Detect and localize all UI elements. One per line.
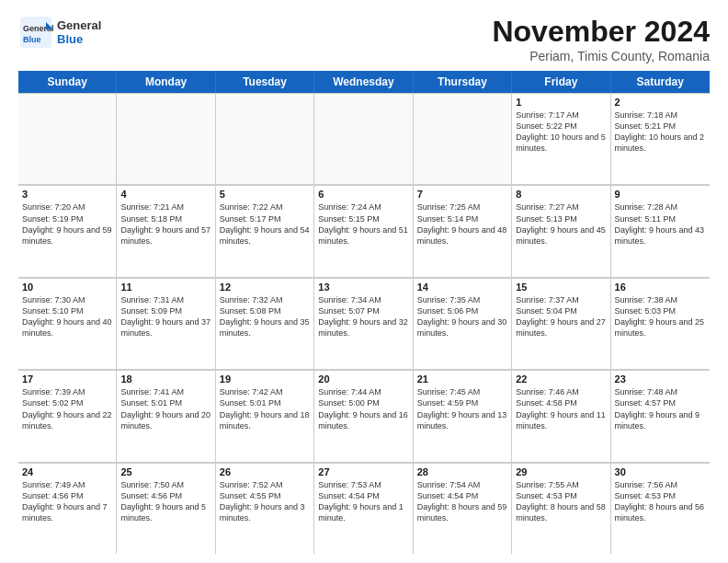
day-info: Sunrise: 7:35 AM Sunset: 5:06 PM Dayligh… bbox=[417, 294, 507, 339]
day-number: 27 bbox=[318, 466, 408, 477]
day-info: Sunrise: 7:39 AM Sunset: 5:02 PM Dayligh… bbox=[22, 386, 112, 431]
day-info: Sunrise: 7:37 AM Sunset: 5:04 PM Dayligh… bbox=[516, 294, 606, 339]
day-number: 3 bbox=[22, 189, 112, 200]
day-number: 10 bbox=[22, 282, 112, 293]
month-title: November 2024 bbox=[492, 15, 710, 49]
day-number: 1 bbox=[516, 97, 606, 108]
day-number: 9 bbox=[615, 189, 706, 200]
calendar-row-4: 17Sunrise: 7:39 AM Sunset: 5:02 PM Dayli… bbox=[18, 370, 710, 462]
calendar-body: 1Sunrise: 7:17 AM Sunset: 5:22 PM Daylig… bbox=[18, 93, 710, 554]
logo-icon: General Blue bbox=[18, 15, 53, 50]
day-info: Sunrise: 7:31 AM Sunset: 5:09 PM Dayligh… bbox=[120, 294, 210, 339]
day-number: 4 bbox=[120, 189, 210, 200]
day-info: Sunrise: 7:32 AM Sunset: 5:08 PM Dayligh… bbox=[220, 294, 310, 339]
calendar-header: Sunday Monday Tuesday Wednesday Thursday… bbox=[18, 71, 710, 93]
logo-general: General bbox=[57, 18, 101, 32]
calendar-cell bbox=[414, 94, 512, 184]
day-info: Sunrise: 7:53 AM Sunset: 4:54 PM Dayligh… bbox=[318, 479, 408, 524]
calendar-cell: 18Sunrise: 7:41 AM Sunset: 5:01 PM Dayli… bbox=[117, 371, 215, 461]
calendar-cell: 20Sunrise: 7:44 AM Sunset: 5:00 PM Dayli… bbox=[314, 371, 413, 461]
calendar-cell: 10Sunrise: 7:30 AM Sunset: 5:10 PM Dayli… bbox=[18, 279, 117, 369]
svg-text:Blue: Blue bbox=[23, 35, 41, 44]
day-number: 17 bbox=[22, 373, 112, 385]
day-number: 8 bbox=[516, 189, 606, 200]
header-saturday: Saturday bbox=[611, 71, 710, 93]
header-monday: Monday bbox=[117, 71, 215, 93]
day-info: Sunrise: 7:34 AM Sunset: 5:07 PM Dayligh… bbox=[318, 294, 408, 339]
day-info: Sunrise: 7:38 AM Sunset: 5:03 PM Dayligh… bbox=[615, 294, 706, 339]
day-number: 24 bbox=[22, 466, 112, 477]
calendar-cell: 11Sunrise: 7:31 AM Sunset: 5:09 PM Dayli… bbox=[117, 279, 215, 369]
day-info: Sunrise: 7:55 AM Sunset: 4:53 PM Dayligh… bbox=[516, 479, 606, 524]
calendar-cell: 16Sunrise: 7:38 AM Sunset: 5:03 PM Dayli… bbox=[611, 279, 710, 369]
day-number: 26 bbox=[220, 466, 310, 477]
calendar-cell: 8Sunrise: 7:27 AM Sunset: 5:13 PM Daylig… bbox=[512, 186, 610, 276]
calendar-cell: 25Sunrise: 7:50 AM Sunset: 4:56 PM Dayli… bbox=[117, 464, 215, 554]
header-thursday: Thursday bbox=[414, 71, 512, 93]
day-number: 6 bbox=[318, 189, 408, 200]
calendar-row-2: 3Sunrise: 7:20 AM Sunset: 5:19 PM Daylig… bbox=[18, 185, 710, 277]
day-number: 5 bbox=[220, 189, 310, 200]
calendar-cell bbox=[314, 94, 413, 184]
day-number: 2 bbox=[615, 97, 706, 108]
calendar-cell: 9Sunrise: 7:28 AM Sunset: 5:11 PM Daylig… bbox=[611, 186, 710, 276]
day-number: 16 bbox=[615, 282, 706, 293]
day-info: Sunrise: 7:17 AM Sunset: 5:22 PM Dayligh… bbox=[516, 109, 606, 155]
header-friday: Friday bbox=[512, 71, 610, 93]
calendar-cell: 13Sunrise: 7:34 AM Sunset: 5:07 PM Dayli… bbox=[314, 279, 413, 369]
calendar-cell: 23Sunrise: 7:48 AM Sunset: 4:57 PM Dayli… bbox=[611, 371, 710, 461]
calendar-cell: 30Sunrise: 7:56 AM Sunset: 4:53 PM Dayli… bbox=[611, 464, 710, 554]
calendar-cell bbox=[18, 94, 117, 184]
calendar-cell: 2Sunrise: 7:18 AM Sunset: 5:21 PM Daylig… bbox=[611, 94, 710, 184]
calendar-cell: 21Sunrise: 7:45 AM Sunset: 4:59 PM Dayli… bbox=[414, 371, 512, 461]
calendar-row-3: 10Sunrise: 7:30 AM Sunset: 5:10 PM Dayli… bbox=[18, 278, 710, 370]
calendar-cell: 15Sunrise: 7:37 AM Sunset: 5:04 PM Dayli… bbox=[512, 279, 610, 369]
calendar-cell: 3Sunrise: 7:20 AM Sunset: 5:19 PM Daylig… bbox=[18, 186, 117, 276]
header-wednesday: Wednesday bbox=[314, 71, 413, 93]
calendar-cell: 26Sunrise: 7:52 AM Sunset: 4:55 PM Dayli… bbox=[216, 464, 314, 554]
day-number: 22 bbox=[516, 373, 606, 385]
header-sunday: Sunday bbox=[18, 71, 117, 93]
day-info: Sunrise: 7:56 AM Sunset: 4:53 PM Dayligh… bbox=[615, 479, 706, 524]
calendar-cell: 19Sunrise: 7:42 AM Sunset: 5:01 PM Dayli… bbox=[216, 371, 314, 461]
day-number: 19 bbox=[220, 373, 310, 385]
logo-text-area: General Blue bbox=[57, 18, 101, 46]
calendar-cell: 29Sunrise: 7:55 AM Sunset: 4:53 PM Dayli… bbox=[512, 464, 610, 554]
day-number: 20 bbox=[318, 373, 408, 385]
day-number: 7 bbox=[417, 189, 507, 200]
logo-blue: Blue bbox=[57, 32, 83, 46]
day-number: 30 bbox=[615, 466, 706, 477]
day-number: 21 bbox=[417, 373, 507, 385]
day-number: 23 bbox=[615, 373, 706, 385]
location: Periam, Timis County, Romania bbox=[492, 49, 710, 63]
calendar-row-5: 24Sunrise: 7:49 AM Sunset: 4:56 PM Dayli… bbox=[18, 463, 710, 554]
header-tuesday: Tuesday bbox=[216, 71, 314, 93]
calendar-cell: 12Sunrise: 7:32 AM Sunset: 5:08 PM Dayli… bbox=[216, 279, 314, 369]
calendar-cell: 1Sunrise: 7:17 AM Sunset: 5:22 PM Daylig… bbox=[512, 94, 610, 184]
day-info: Sunrise: 7:24 AM Sunset: 5:15 PM Dayligh… bbox=[318, 201, 408, 247]
day-info: Sunrise: 7:25 AM Sunset: 5:14 PM Dayligh… bbox=[417, 201, 507, 247]
day-info: Sunrise: 7:28 AM Sunset: 5:11 PM Dayligh… bbox=[615, 201, 706, 247]
calendar-cell: 22Sunrise: 7:46 AM Sunset: 4:58 PM Dayli… bbox=[512, 371, 610, 461]
day-info: Sunrise: 7:54 AM Sunset: 4:54 PM Dayligh… bbox=[417, 479, 507, 524]
calendar-cell: 6Sunrise: 7:24 AM Sunset: 5:15 PM Daylig… bbox=[314, 186, 413, 276]
day-number: 14 bbox=[417, 282, 507, 293]
calendar-cell: 27Sunrise: 7:53 AM Sunset: 4:54 PM Dayli… bbox=[314, 464, 413, 554]
day-info: Sunrise: 7:44 AM Sunset: 5:00 PM Dayligh… bbox=[318, 386, 408, 431]
calendar-cell: 17Sunrise: 7:39 AM Sunset: 5:02 PM Dayli… bbox=[18, 371, 117, 461]
logo-area: General Blue General Blue bbox=[18, 15, 101, 50]
day-info: Sunrise: 7:41 AM Sunset: 5:01 PM Dayligh… bbox=[120, 386, 210, 431]
day-info: Sunrise: 7:46 AM Sunset: 4:58 PM Dayligh… bbox=[516, 386, 606, 431]
calendar-row-1: 1Sunrise: 7:17 AM Sunset: 5:22 PM Daylig… bbox=[18, 93, 710, 185]
header: General Blue General Blue November 2024 … bbox=[18, 15, 710, 63]
day-info: Sunrise: 7:48 AM Sunset: 4:57 PM Dayligh… bbox=[615, 386, 706, 431]
calendar-cell: 5Sunrise: 7:22 AM Sunset: 5:17 PM Daylig… bbox=[216, 186, 314, 276]
day-info: Sunrise: 7:45 AM Sunset: 4:59 PM Dayligh… bbox=[417, 386, 507, 431]
calendar-cell: 7Sunrise: 7:25 AM Sunset: 5:14 PM Daylig… bbox=[414, 186, 512, 276]
calendar-cell: 28Sunrise: 7:54 AM Sunset: 4:54 PM Dayli… bbox=[414, 464, 512, 554]
day-info: Sunrise: 7:18 AM Sunset: 5:21 PM Dayligh… bbox=[615, 109, 706, 155]
calendar-cell bbox=[216, 94, 314, 184]
day-number: 13 bbox=[318, 282, 408, 293]
day-info: Sunrise: 7:52 AM Sunset: 4:55 PM Dayligh… bbox=[220, 479, 310, 524]
calendar: Sunday Monday Tuesday Wednesday Thursday… bbox=[18, 71, 710, 554]
